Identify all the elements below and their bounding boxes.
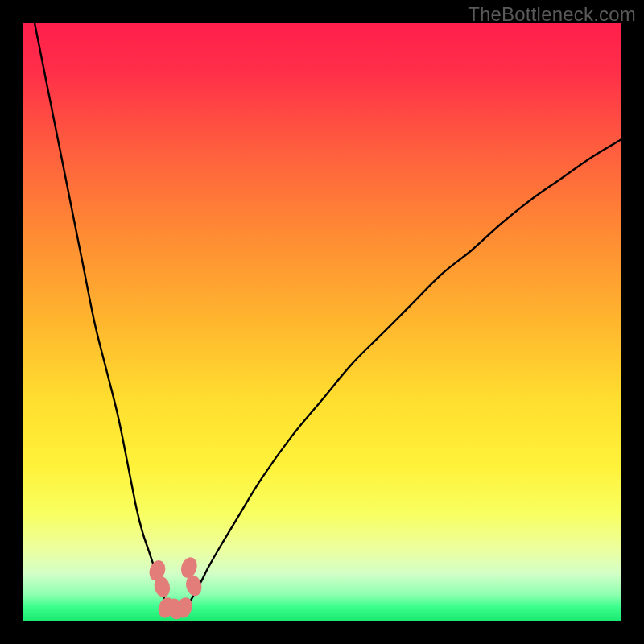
watermark-text: TheBottleneck.com	[468, 3, 636, 26]
gradient-background	[23, 23, 621, 621]
bottleneck-chart	[23, 23, 621, 621]
chart-frame	[23, 23, 621, 621]
